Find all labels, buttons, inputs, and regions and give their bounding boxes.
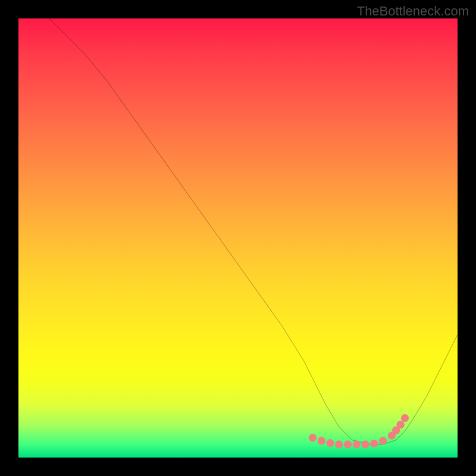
highlight-dot: [353, 440, 361, 448]
chart-svg: [18, 18, 458, 458]
highlight-dot: [361, 440, 369, 448]
highlight-dot: [318, 437, 325, 444]
highlight-dot: [379, 437, 387, 444]
highlight-dot: [326, 439, 334, 447]
highlight-dot: [401, 414, 409, 422]
highlight-dot: [344, 440, 352, 448]
bottleneck-curve: [49, 18, 458, 444]
highlight-dot: [335, 440, 343, 448]
highlight-dot: [309, 434, 317, 441]
highlight-dot: [396, 421, 404, 428]
watermark-text: TheBottleneck.com: [357, 4, 469, 19]
bottleneck-range-dots: [309, 414, 409, 449]
highlight-dot: [370, 440, 378, 447]
